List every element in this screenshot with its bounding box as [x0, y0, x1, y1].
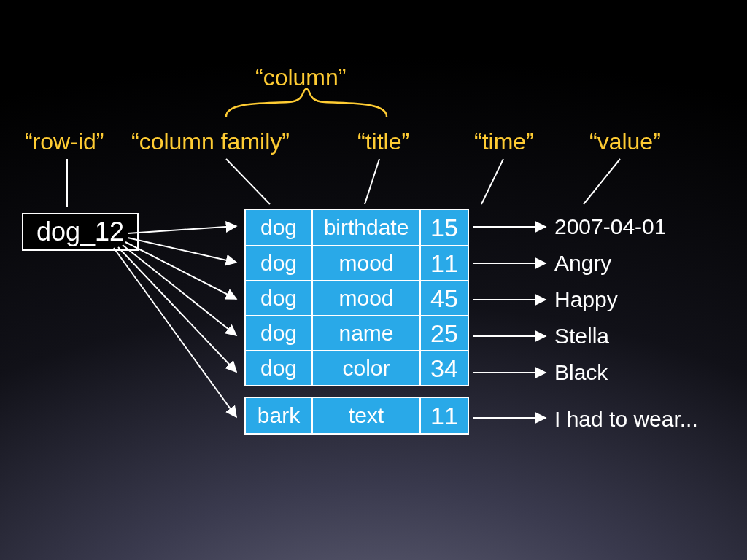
- cell-title: text: [311, 398, 419, 433]
- cell-title: mood: [311, 280, 419, 315]
- cell-time: 45: [419, 280, 468, 315]
- arrow-icon: [118, 247, 236, 372]
- cell-time: 11: [419, 398, 468, 433]
- pointer-line: [226, 159, 270, 204]
- cell-family: dog: [246, 315, 311, 350]
- pointer-line: [584, 159, 620, 204]
- value-text: Black: [554, 354, 698, 391]
- cell-family: dog: [246, 280, 311, 315]
- label-column-family: “column family”: [131, 128, 290, 155]
- arrow-icon: [128, 238, 236, 262]
- diagram-stage: “column” “row-id” “column family” “title…: [0, 0, 747, 560]
- column-group: dog birthdate 15 dog mood 11 dog mood 45…: [244, 209, 469, 386]
- arrow-icon: [128, 226, 236, 233]
- label-column: “column”: [255, 64, 346, 91]
- cell-family: dog: [246, 210, 311, 245]
- cell-time: 34: [419, 350, 468, 385]
- arrow-icon: [123, 245, 236, 335]
- label-row-id: “row-id”: [25, 128, 104, 155]
- cell-family: bark: [246, 398, 311, 433]
- cell-title: name: [311, 315, 419, 350]
- table-row: dog mood 45: [246, 280, 468, 315]
- value-text: I had to wear...: [554, 401, 698, 438]
- value-text: Happy: [554, 281, 698, 318]
- column-group: bark text 11: [244, 397, 469, 435]
- cell-family: dog: [246, 245, 311, 280]
- pointer-line: [481, 159, 503, 204]
- pointer-line: [365, 159, 379, 204]
- table-row: dog color 34: [246, 350, 468, 385]
- table-row: dog name 25: [246, 315, 468, 350]
- label-title: “title”: [357, 128, 409, 155]
- cell-time: 15: [419, 210, 468, 245]
- arrow-icon: [114, 248, 236, 417]
- value-list: 2007-04-01 Angry Happy Stella Black I ha…: [554, 209, 698, 438]
- table-row: bark text 11: [246, 398, 468, 433]
- row-id-box: dog_12: [22, 213, 139, 251]
- cell-time: 11: [419, 245, 468, 280]
- value-text: 2007-04-01: [554, 209, 698, 245]
- cell-title: birthdate: [311, 210, 419, 245]
- cell-family: dog: [246, 350, 311, 385]
- cell-time: 25: [419, 315, 468, 350]
- cell-title: color: [311, 350, 419, 385]
- value-text: Stella: [554, 318, 698, 354]
- brace-icon: [226, 89, 387, 117]
- table-row: dog mood 11: [246, 245, 468, 280]
- column-grid: dog birthdate 15 dog mood 11 dog mood 45…: [244, 209, 469, 445]
- value-text: Angry: [554, 245, 698, 281]
- label-value: “value”: [589, 128, 661, 155]
- table-row: dog birthdate 15: [246, 210, 468, 245]
- arrow-icon: [125, 242, 236, 299]
- cell-title: mood: [311, 245, 419, 280]
- label-time: “time”: [474, 128, 534, 155]
